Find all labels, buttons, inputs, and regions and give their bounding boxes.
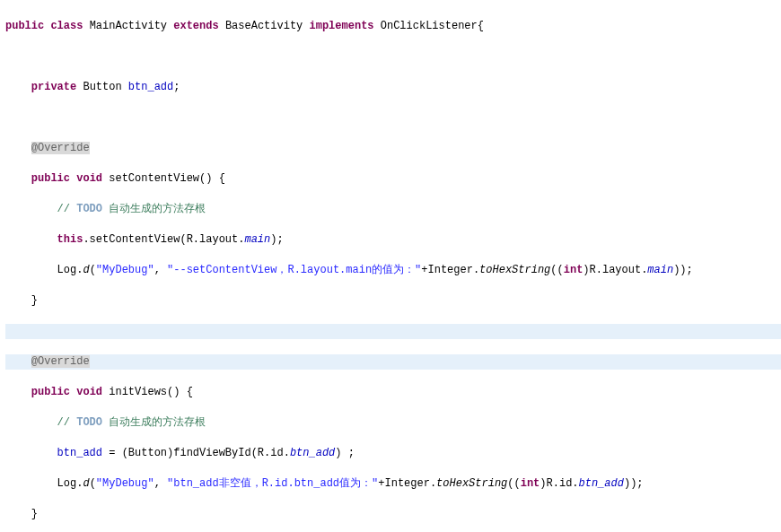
method-name: setContentView() { — [109, 172, 225, 185]
code-line: btn_add = (Button)findViewById(R.id.btn_… — [5, 446, 781, 461]
t: , — [154, 264, 167, 276]
brace: { — [478, 20, 484, 32]
t: ( — [90, 264, 96, 276]
static-method: d — [83, 264, 89, 276]
keyword-int: int — [521, 477, 540, 490]
todo-tag: TODO — [76, 203, 102, 215]
blank-line — [5, 49, 781, 65]
t: Log. — [57, 477, 83, 490]
keyword-extends: extends — [173, 20, 218, 32]
comment: // TODO 自动生成的方法存根 — [57, 203, 206, 215]
t: +Integer. — [378, 477, 436, 490]
interface: OnClickListener — [381, 20, 478, 32]
brace: } — [31, 508, 38, 520]
code-line: @Override — [5, 354, 781, 370]
string: "MyDebug" — [96, 477, 154, 490]
string: "btn_add非空值，R.id.btn_add值为：" — [167, 477, 378, 490]
static-method: d — [83, 477, 89, 490]
code-line: this.setContentView(R.layout.main); — [5, 232, 781, 248]
t: )R.id. — [540, 477, 578, 490]
keyword-implements: implements — [310, 20, 374, 32]
keyword-private: private — [31, 81, 76, 93]
override-annotation: @Override — [31, 142, 90, 154]
field-ref: btn_add — [57, 447, 102, 459]
brace: } — [31, 294, 38, 307]
t: ( — [90, 477, 96, 490]
t: .setContentView(R.layout. — [83, 233, 244, 246]
code-line: // TODO 自动生成的方法存根 — [5, 415, 781, 431]
semi: ; — [173, 81, 180, 93]
code-line: } — [5, 507, 781, 522]
code-line: // TODO 自动生成的方法存根 — [5, 202, 781, 217]
keyword-void: void — [76, 386, 102, 398]
t: Log. — [57, 264, 83, 276]
keyword-public: public — [31, 172, 70, 185]
t: = (Button)findViewById(R.id. — [102, 447, 290, 459]
keyword-void: void — [76, 172, 102, 185]
t: +Integer. — [421, 264, 479, 276]
base-class: BaseActivity — [225, 20, 303, 32]
code-editor[interactable]: public class MainActivity extends BaseAc… — [0, 0, 781, 532]
string: "MyDebug" — [96, 264, 154, 276]
keyword-this: this — [57, 233, 83, 246]
todo-tag: TODO — [76, 416, 102, 429]
static-field: main — [244, 233, 270, 246]
static-method: toHexString — [479, 264, 550, 276]
keyword-public: public — [5, 20, 44, 32]
string: "--setContentView，R.layout.main的值为：" — [167, 264, 421, 276]
static-field: main — [647, 264, 673, 276]
comment: // TODO 自动生成的方法存根 — [57, 416, 206, 429]
static-method: toHexString — [436, 477, 507, 490]
code-line: private Button btn_add; — [5, 80, 781, 95]
t: , — [154, 477, 167, 490]
code-line: } — [5, 293, 781, 309]
t: )); — [624, 477, 644, 490]
blank-line — [5, 110, 781, 126]
keyword-class: class — [50, 20, 83, 32]
t: ); — [270, 233, 283, 246]
t: (( — [507, 477, 520, 490]
method-name: initViews() { — [109, 386, 193, 398]
t: )R.layout. — [583, 264, 647, 276]
code-line: public void initViews() { — [5, 385, 781, 400]
type: Button — [83, 81, 121, 93]
t: (( — [550, 264, 563, 276]
field-name: btn_add — [128, 81, 173, 93]
t: )); — [673, 264, 693, 276]
keyword-int: int — [564, 264, 584, 276]
code-line: Log.d("MyDebug", "--setContentView，R.lay… — [5, 263, 781, 278]
t: ) ; — [335, 447, 355, 459]
static-field: btn_add — [290, 447, 335, 459]
code-line: public void setContentView() { — [5, 171, 781, 187]
code-line: Log.d("MyDebug", "btn_add非空值，R.id.btn_ad… — [5, 476, 781, 492]
classname: MainActivity — [90, 20, 167, 32]
code-line: public class MainActivity extends BaseAc… — [5, 19, 781, 34]
override-annotation: @Override — [31, 355, 90, 368]
keyword-public: public — [31, 386, 70, 398]
blank-line — [5, 324, 781, 339]
static-field: btn_add — [579, 477, 624, 490]
code-line: @Override — [5, 141, 781, 156]
